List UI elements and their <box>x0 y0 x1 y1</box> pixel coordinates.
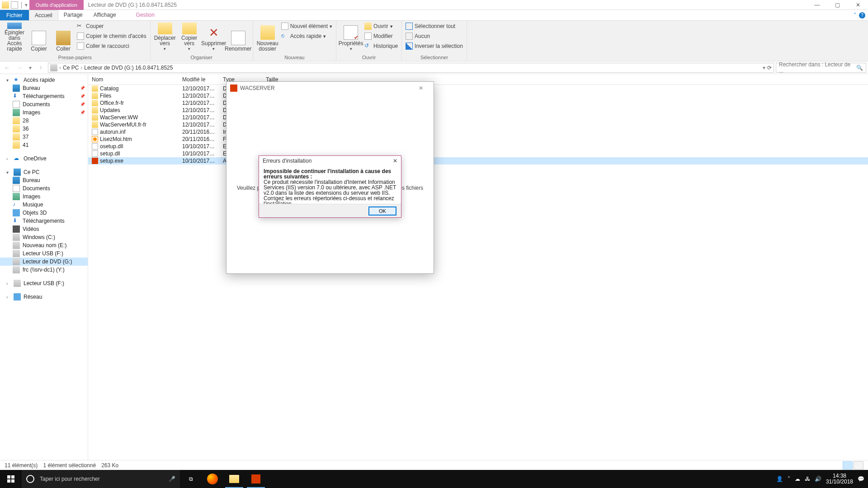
tab-view[interactable]: Affichage <box>88 10 122 20</box>
crumb-pc[interactable]: Ce PC <box>63 65 79 71</box>
taskbar-setup[interactable] <box>245 470 267 488</box>
nav-thispc[interactable]: ▾Ce PC <box>0 168 88 176</box>
pin-button[interactable]: Épingler dans Accès rapide <box>4 22 25 52</box>
move-to-button[interactable]: Déplacer vers▾ <box>154 22 176 52</box>
wac-close-button[interactable]: ✕ <box>412 85 430 91</box>
select-none-button[interactable]: Aucun <box>406 32 463 41</box>
nav-usb-f[interactable]: ›Lecteur USB (F:) <box>0 279 88 287</box>
breadcrumb[interactable]: › Ce PC › Lecteur de DVD (G:) 16.0.8471.… <box>48 63 774 73</box>
clock[interactable]: 14:38 31/10/2018 <box>826 473 853 485</box>
table-row[interactable]: Files12/10/2017 08:40Dossier de fichiers <box>88 92 868 99</box>
nav-pc-3d[interactable]: Objets 3D <box>0 209 88 217</box>
view-icons-button[interactable] <box>854 461 863 469</box>
table-row[interactable]: WacServer.WW12/10/2017 08:40Dossier de f… <box>88 114 868 121</box>
close-button[interactable]: ✕ <box>848 0 868 10</box>
recent-button[interactable]: ▾ <box>27 62 33 73</box>
open-button[interactable]: Ouvrir ▾ <box>364 22 398 31</box>
nav-28[interactable]: 28 <box>0 117 88 125</box>
taskbar-search[interactable]: Taper ici pour rechercher 🎤 <box>22 470 180 488</box>
ribbon-collapse-icon[interactable]: ˄ <box>854 12 856 19</box>
nav-desktop[interactable]: Bureau📌 <box>0 84 88 92</box>
task-view-button[interactable]: ⧉ <box>180 470 202 488</box>
nav-onedrive[interactable]: ›☁OneDrive <box>0 155 88 163</box>
tab-manage[interactable]: Gestion <box>131 10 160 20</box>
cut-button[interactable]: ✂Couper <box>77 22 146 31</box>
tray-chevron-icon[interactable]: ˄ <box>788 476 790 482</box>
table-row[interactable]: LisezMoi.htm20/11/2016 22:08Firefox HTML… <box>88 136 868 143</box>
paste-button[interactable]: Coller <box>52 22 74 52</box>
minimize-button[interactable]: — <box>807 0 827 10</box>
qat-icon[interactable] <box>11 1 18 9</box>
taskbar-firefox[interactable] <box>202 470 223 488</box>
copy-to-button[interactable]: Copier vers▾ <box>179 22 200 52</box>
network-tray-icon[interactable]: 🖧 <box>805 476 810 482</box>
nav-36[interactable]: 36 <box>0 125 88 133</box>
properties-icon: ✔ <box>344 25 358 40</box>
nav-pc-videos[interactable]: Vidéos <box>0 225 88 233</box>
history-button[interactable]: ↺Historique <box>364 42 398 51</box>
view-details-button[interactable] <box>843 461 853 469</box>
nav-pc-desktop[interactable]: Bureau <box>0 176 88 184</box>
error-close-button[interactable]: ✕ <box>393 158 397 164</box>
nav-downloads[interactable]: ⬇Téléchargements📌 <box>0 92 88 100</box>
nav-37[interactable]: 37 <box>0 133 88 141</box>
up-button[interactable]: ↑ <box>35 62 46 73</box>
crumb-drive[interactable]: Lecteur de DVD (G:) 16.0.8471.8525 <box>84 65 173 71</box>
nav-pc-c[interactable]: Windows (C:) <box>0 233 88 241</box>
nav-pc-documents[interactable]: Documents <box>0 184 88 192</box>
delete-button[interactable]: ✕Supprimer▾ <box>203 22 225 52</box>
onedrive-tray-icon[interactable]: ☁ <box>795 476 800 482</box>
nav-pc-downloads[interactable]: ⬇Téléchargements <box>0 217 88 225</box>
mic-icon[interactable]: 🎤 <box>169 476 175 482</box>
refresh-icon[interactable]: ⟳ <box>767 65 772 71</box>
invert-selection-button[interactable]: Inverser la sélection <box>406 42 463 51</box>
volume-icon[interactable]: 🔊 <box>815 476 821 482</box>
table-row[interactable]: Updates12/10/2017 08:40Dossier de fichie… <box>88 107 868 114</box>
easy-access-button[interactable]: ⎋Accès rapide ▾ <box>281 32 332 41</box>
action-center-icon[interactable]: 💬 <box>858 476 864 482</box>
col-name[interactable]: Nom <box>88 76 179 83</box>
table-row[interactable]: setup.exe10/10/2017 10:40Application <box>88 157 868 164</box>
table-row[interactable]: WacServerMUI.fr-fr12/10/2017 08:40Dossie… <box>88 121 868 128</box>
table-row[interactable]: setup.dll10/10/2017 10:40Extension de l'… <box>88 150 868 157</box>
tab-share[interactable]: Partage <box>58 10 88 20</box>
nav-pc-f[interactable]: Lecteur USB (F:) <box>0 249 88 258</box>
nav-pc-e[interactable]: Nouveau nom (E:) <box>0 241 88 249</box>
ok-button[interactable]: OK <box>368 206 396 216</box>
start-button[interactable] <box>0 470 22 488</box>
breadcrumb-dropdown-icon[interactable]: ▾ <box>763 65 765 71</box>
taskbar-explorer[interactable] <box>223 470 245 488</box>
table-row[interactable]: Catalog12/10/2017 08:40Dossier de fichie… <box>88 85 868 92</box>
table-row[interactable]: Office.fr-fr12/10/2017 08:40Dossier de f… <box>88 99 868 107</box>
properties-button[interactable]: ✔Propriétés▾ <box>340 22 362 52</box>
table-row[interactable]: osetup.dll10/10/2017 10:40Extension de l… <box>88 143 868 150</box>
tab-file[interactable]: Fichier <box>0 10 29 20</box>
table-row[interactable]: autorun.inf20/11/2016 22:47Informations … <box>88 128 868 136</box>
nav-pc-music[interactable]: ♪Musique <box>0 201 88 209</box>
nav-quick-access[interactable]: ▾★Accès rapide <box>0 76 88 84</box>
nav-pc-images[interactable]: Images <box>0 192 88 201</box>
column-headers[interactable]: Nom Modifié le Type Taille <box>88 74 868 85</box>
nav-documents[interactable]: Documents📌 <box>0 100 88 108</box>
people-icon[interactable]: 👤 <box>776 476 783 482</box>
copy-path-button[interactable]: Copier le chemin d'accès <box>77 32 146 41</box>
nav-pc-y[interactable]: frc (\\srv-dc1) (Y:) <box>0 266 88 274</box>
col-modified[interactable]: Modifié le <box>179 76 219 83</box>
select-all-button[interactable]: Sélectionner tout <box>406 22 463 31</box>
help-icon[interactable]: ? <box>859 12 865 19</box>
maximize-button[interactable]: ▢ <box>827 0 848 10</box>
new-item-button[interactable]: Nouvel élément ▾ <box>281 22 332 31</box>
nav-41[interactable]: 41 <box>0 141 88 149</box>
tab-home[interactable]: Accueil <box>29 10 58 20</box>
new-folder-button[interactable]: Nouveau dossier <box>257 22 278 52</box>
copy-button[interactable]: Copier <box>28 22 50 52</box>
back-button[interactable]: ← <box>2 62 13 73</box>
rename-button[interactable]: Renommer <box>227 22 249 52</box>
forward-button[interactable]: → <box>14 62 25 73</box>
paste-shortcut-button[interactable]: Coller le raccourci <box>77 42 146 51</box>
nav-network[interactable]: ›Réseau <box>0 293 88 301</box>
edit-button[interactable]: Modifier <box>364 32 398 41</box>
nav-pc-g[interactable]: Lecteur de DVD (G:) <box>0 258 88 266</box>
search-input[interactable]: Rechercher dans : Lecteur de ... 🔍 <box>776 63 866 73</box>
nav-images[interactable]: Images📌 <box>0 108 88 117</box>
